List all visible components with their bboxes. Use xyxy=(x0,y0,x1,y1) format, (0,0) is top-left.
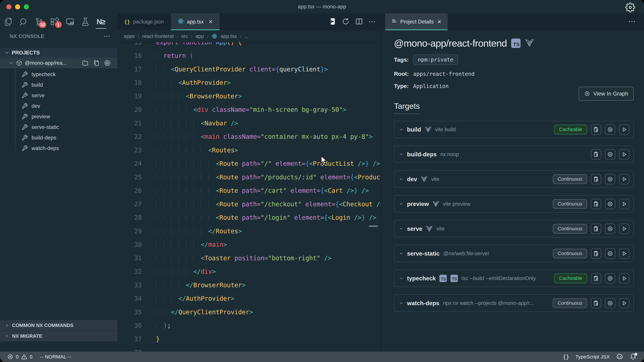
chevron-down-icon[interactable] xyxy=(399,227,403,231)
view-in-graph-button[interactable] xyxy=(605,174,615,184)
sidebar-target-build-deps[interactable]: build-deps xyxy=(0,132,118,143)
refresh-icon[interactable] xyxy=(342,17,350,26)
split-editor-icon[interactable] xyxy=(355,17,363,26)
breadcrumb-item[interactable]: apps xyxy=(124,33,135,39)
view-in-graph-button[interactable] xyxy=(605,199,615,209)
nx-console-icon[interactable]: N≥ xyxy=(96,17,105,26)
sidebar-target-preview[interactable]: preview xyxy=(0,111,118,122)
breadcrumb-item[interactable]: src xyxy=(181,33,188,39)
sidebar-target-watch-deps[interactable]: watch-deps xyxy=(0,143,118,153)
run-target-button[interactable] xyxy=(619,298,630,308)
close-tab-icon[interactable]: ✕ xyxy=(208,18,213,25)
testing-beaker-icon[interactable] xyxy=(81,17,90,26)
warnings-icon[interactable] xyxy=(21,354,27,360)
breadcrumb[interactable]: apps›react-frontend›src›app›app.tsx›... xyxy=(118,30,381,42)
open-changes-icon[interactable] xyxy=(328,17,336,26)
chevron-down-icon[interactable] xyxy=(399,152,403,157)
chevron-down-icon[interactable] xyxy=(399,301,403,305)
line-number: 33 xyxy=(118,282,142,289)
target-command: vite xyxy=(431,176,439,182)
target-name: build-deps xyxy=(407,151,437,158)
copy-task-icon xyxy=(593,300,599,306)
continuous-badge: Continuous xyxy=(553,199,587,209)
copy-file-icon[interactable] xyxy=(93,60,100,66)
close-panel-icon[interactable]: ✕ xyxy=(437,19,442,25)
breadcrumb-item[interactable]: ... xyxy=(244,33,248,39)
view-in-graph-button[interactable] xyxy=(605,248,615,259)
line-number: 35 xyxy=(118,309,142,316)
sidebar-more-icon[interactable]: ··· xyxy=(104,33,111,39)
sidebar-target-typecheck[interactable]: typecheck xyxy=(0,69,118,80)
copy-task-button[interactable] xyxy=(591,224,601,234)
copy-task-button[interactable] xyxy=(591,174,601,184)
typescript-badge-icon: TS xyxy=(511,38,520,48)
run-target-button[interactable] xyxy=(619,149,630,160)
project-row[interactable]: @mono-app/rea... xyxy=(0,58,118,68)
copy-task-button[interactable] xyxy=(591,248,601,259)
remote-explorer-icon[interactable] xyxy=(66,17,74,26)
breadcrumb-item[interactable]: app xyxy=(196,33,204,39)
code-line-25: 25<Route path="/products/:id" element={<… xyxy=(118,170,381,184)
run-target-button[interactable] xyxy=(619,224,630,234)
chevron-down-icon[interactable] xyxy=(399,276,403,281)
errors-icon[interactable] xyxy=(8,354,13,360)
copy-task-button[interactable] xyxy=(591,298,601,308)
sidebar-target-serve-static[interactable]: serve-static xyxy=(0,122,118,132)
code-editor[interactable]: 15export function App() {16return (17<Qu… xyxy=(118,30,381,352)
target-name: build xyxy=(407,126,421,133)
copilot-icon[interactable] xyxy=(616,353,624,361)
explorer-icon[interactable] xyxy=(4,17,13,26)
copy-task-icon xyxy=(593,126,599,133)
folder-icon[interactable] xyxy=(82,60,88,66)
view-in-graph-button[interactable] xyxy=(605,124,615,135)
source-control-icon[interactable]: 32 xyxy=(34,17,44,26)
sidebar-target-serve[interactable]: serve xyxy=(0,90,118,101)
run-target-button[interactable] xyxy=(619,248,630,259)
chevron-down-icon[interactable] xyxy=(399,251,403,256)
sidebar-target-dev[interactable]: dev xyxy=(0,101,118,111)
search-icon[interactable] xyxy=(19,17,28,26)
section-common-nx-commands[interactable]: COMMON NX COMMANDS xyxy=(0,320,118,331)
tab-package-json[interactable]: {} package.json xyxy=(118,13,171,30)
tab-app-tsx[interactable]: app.tsx ✕ xyxy=(171,13,220,30)
code-line-38: 38 xyxy=(118,346,381,352)
root-label: Root: xyxy=(394,70,409,77)
extensions-icon[interactable]: 1 xyxy=(50,17,59,26)
more-actions-icon[interactable]: ··· xyxy=(368,18,376,25)
copy-task-button[interactable] xyxy=(591,273,601,284)
notifications-bell-icon[interactable] xyxy=(630,353,636,360)
chevron-down-icon[interactable] xyxy=(399,127,403,132)
settings-gear-icon[interactable] xyxy=(625,2,635,12)
breadcrumb-item[interactable]: app.tsx xyxy=(220,33,237,39)
wrench-icon xyxy=(22,92,28,99)
run-target-button[interactable] xyxy=(619,124,630,135)
sidebar-target-build[interactable]: build xyxy=(0,80,118,90)
project-title-row: @mono-app/react-frontend TS xyxy=(394,37,634,49)
copy-task-button[interactable] xyxy=(591,149,601,160)
view-in-graph-button[interactable] xyxy=(605,149,615,160)
copy-task-button[interactable] xyxy=(591,199,601,209)
tab-project-details[interactable]: Project Details ✕ xyxy=(385,13,448,30)
chevron-down-icon[interactable] xyxy=(399,177,403,181)
copy-task-button[interactable] xyxy=(591,124,601,135)
breadcrumb-item[interactable]: react-frontend xyxy=(142,33,174,39)
view-in-graph-button[interactable]: View In Graph xyxy=(578,87,634,101)
chevron-down-icon[interactable] xyxy=(399,202,403,206)
run-target-button[interactable] xyxy=(619,174,630,184)
view-in-graph-button[interactable] xyxy=(605,224,615,234)
target-command: vite preview xyxy=(443,201,470,207)
panel-more-icon[interactable]: ··· xyxy=(628,18,636,25)
language-mode[interactable]: TypeScript JSX xyxy=(576,354,610,360)
view-in-graph-button[interactable] xyxy=(605,273,615,284)
run-target-button[interactable] xyxy=(619,199,630,209)
target-icon[interactable] xyxy=(104,60,111,66)
view-in-graph-button[interactable] xyxy=(605,298,615,308)
projects-section-header[interactable]: PROJECTS xyxy=(0,48,118,58)
source-control-badge: 32 xyxy=(39,21,46,28)
section-nx-migrate[interactable]: NX MIGRATE xyxy=(0,331,118,341)
run-target-icon xyxy=(621,251,627,257)
run-target-button[interactable] xyxy=(619,273,630,284)
line-number: 21 xyxy=(118,120,142,127)
target-name: serve-static xyxy=(407,250,440,257)
target-card-dev: devviteContinuous xyxy=(394,170,634,188)
